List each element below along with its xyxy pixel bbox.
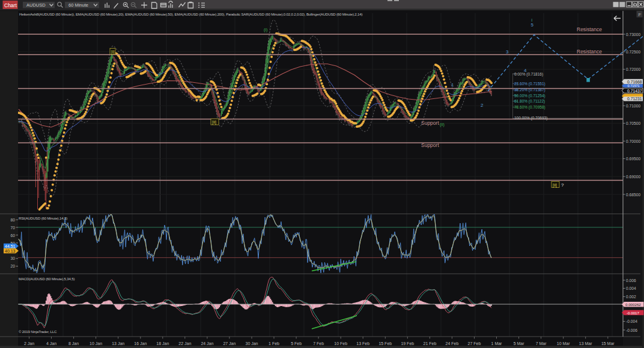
svg-text:F: F [639,12,642,17]
svg-text:18 Jan: 18 Jan [156,341,169,346]
svg-text:8 Jan: 8 Jan [68,341,79,346]
svg-text:[ii]: [ii] [553,183,557,188]
svg-text:13 Jan: 13 Jan [112,341,124,346]
svg-text:(ii): (ii) [440,122,445,127]
svg-text:0.004: 0.004 [626,286,636,290]
svg-text:7 Mar: 7 Mar [536,341,547,346]
svg-text:23.60% (0.71551): 23.60% (0.71551) [514,82,545,86]
svg-text:20: 20 [11,264,16,268]
svg-text:50.00% (0.71254): 50.00% (0.71254) [514,94,545,98]
svg-text:4 Jan: 4 Jan [46,341,56,346]
svg-text:0.71437: 0.71437 [627,89,642,93]
svg-text:© 2019 NinjaTrader, LLC: © 2019 NinjaTrader, LLC [19,329,57,334]
svg-text:22 Jan: 22 Jan [178,341,191,346]
svg-text:0.69000: 0.69000 [626,175,640,179]
svg-text:RSI(AUDUSD (60 Minute),14,3): RSI(AUDUSD (60 Minute),14,3) [19,216,67,220]
svg-text:[i]: [i] [111,50,115,55]
svg-text:1 Feb: 1 Feb [269,341,279,346]
svg-text:70: 70 [11,226,16,230]
svg-text:Resistance: Resistance [577,49,602,55]
svg-text:30: 30 [11,256,16,260]
svg-text:0.69500: 0.69500 [626,157,640,161]
svg-text:100.00% (0.70693): 100.00% (0.70693) [514,116,547,121]
svg-text:60 Minute: 60 Minute [68,2,88,8]
svg-text:0.71000: 0.71000 [626,104,640,108]
svg-text:24 Jan: 24 Jan [201,341,213,346]
svg-text:0.000262: 0.000262 [625,302,641,307]
svg-text:19 Feb: 19 Feb [401,341,414,346]
svg-text:27 Jan: 27 Jan [223,341,235,346]
svg-text:Resistance: Resistance [577,26,602,32]
svg-text:0.68500: 0.68500 [626,193,640,197]
svg-text:0.70500: 0.70500 [626,121,640,125]
svg-text:10 Feb: 10 Feb [334,341,347,346]
svg-text:15 Mar: 15 Mar [601,341,615,346]
svg-text:Support: Support [421,142,439,148]
svg-text:0.70000: 0.70000 [626,139,640,143]
svg-text:-0.006: -0.006 [626,328,637,332]
svg-text:0.71571: 0.71571 [628,84,640,88]
svg-text:0.00% (0.71816): 0.00% (0.71816) [514,72,543,77]
svg-text:MACD(AUDUSD (60 Minute),5,34,5: MACD(AUDUSD (60 Minute),5,34,5) [19,277,74,281]
svg-text:15 Feb: 15 Feb [378,341,392,346]
svg-text:(i): (i) [264,28,267,32]
svg-text:38.20% (0.71387): 38.20% (0.71387) [514,88,545,92]
svg-text:80: 80 [11,218,16,222]
svg-text:27 Feb: 27 Feb [468,341,481,346]
svg-text:5 Mar: 5 Mar [514,341,525,346]
svg-text:-0.0017: -0.0017 [627,311,640,315]
svg-text:61.80% (0.71122): 61.80% (0.71122) [514,99,545,104]
svg-text:0.72500: 0.72500 [626,50,640,54]
svg-text:?: ? [561,182,564,188]
svg-text:7 Feb: 7 Feb [313,341,324,346]
svg-text:0.73000: 0.73000 [626,32,640,37]
svg-text:Support: Support [421,120,439,126]
svg-text:13 Mar: 13 Mar [579,341,592,346]
svg-text:5 Feb: 5 Feb [291,341,302,346]
svg-text:-0.004: -0.004 [626,319,637,323]
svg-text:16 Jan: 16 Jan [134,341,147,346]
svg-text:1: 1 [451,82,454,88]
svg-text:5: 5 [531,22,534,28]
svg-text:2: 2 [481,103,484,108]
svg-text:60: 60 [11,233,16,238]
svg-text:4: 4 [524,68,527,73]
svg-text:30 Jan: 30 Jan [245,341,258,346]
svg-text:10 Jan: 10 Jan [90,341,102,346]
svg-text:0.71668: 0.71668 [627,80,642,84]
svg-text:21 Feb: 21 Feb [424,341,437,346]
svg-text:2 Jan: 2 Jan [24,341,34,346]
svg-text:24 Feb: 24 Feb [446,341,459,346]
svg-text:10 Mar: 10 Mar [557,341,570,346]
svg-text:78.60% (0.70958): 78.60% (0.70958) [514,105,545,110]
svg-text:HeikenAshi8(AUDUSD (60 Minute): HeikenAshi8(AUDUSD (60 Minute)), EMA(AUD… [19,12,363,16]
svg-text:[ii]: [ii] [212,120,216,125]
svg-text:Chart: Chart [4,2,17,8]
svg-text:0.002: 0.002 [626,295,636,299]
svg-text:40.13: 40.13 [5,249,16,253]
svg-text:3: 3 [506,49,509,55]
svg-text:1 Mar: 1 Mar [491,341,503,346]
svg-text:AUDUSD: AUDUSD [26,2,46,8]
svg-text:13 Feb: 13 Feb [356,341,369,346]
svg-text:0.006: 0.006 [626,278,636,283]
svg-text:44.51: 44.51 [5,244,16,248]
svg-text:0.72000: 0.72000 [626,67,640,71]
svg-text:0.71231: 0.71231 [627,97,642,101]
